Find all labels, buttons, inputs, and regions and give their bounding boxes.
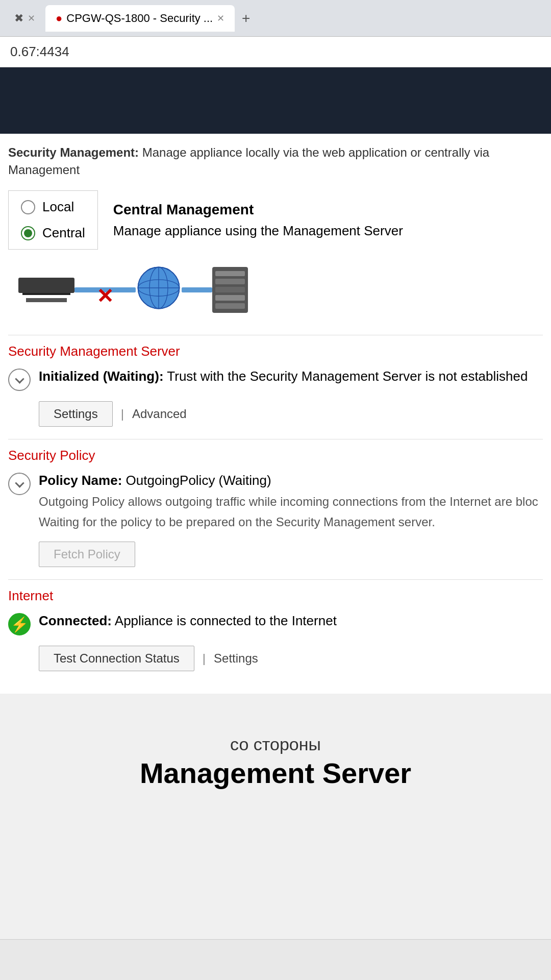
radio-central-label: Central bbox=[42, 225, 85, 241]
sms-status-icon bbox=[8, 369, 31, 391]
sms-section: Security Management Server Initialized (… bbox=[8, 344, 543, 427]
radio-column: Local Central bbox=[8, 190, 98, 250]
internet-section: Internet ⚡ Connected: Appliance is conne… bbox=[8, 588, 543, 671]
connection-line-2 bbox=[182, 287, 212, 292]
new-tab-button[interactable]: + bbox=[235, 7, 257, 30]
advanced-link[interactable]: Advanced bbox=[132, 407, 187, 421]
dark-header bbox=[0, 67, 551, 134]
radio-local-label: Local bbox=[42, 199, 74, 215]
connection-x-icon: ✕ bbox=[96, 284, 114, 308]
radio-local-circle[interactable] bbox=[21, 200, 35, 214]
address-bar[interactable]: 0.67:4434 bbox=[0, 37, 551, 67]
internet-status-label: Connected: bbox=[39, 613, 112, 628]
overlay-text-area: со стороны Management Server bbox=[0, 694, 551, 820]
policy-status-text: Policy Name: OutgoingPolicy (Waiting) Ou… bbox=[39, 471, 538, 531]
radio-local[interactable]: Local bbox=[21, 199, 85, 215]
radio-central[interactable]: Central bbox=[21, 225, 85, 241]
policy-name-label: Policy Name: bbox=[39, 473, 122, 488]
chevron-down-icon bbox=[15, 374, 24, 383]
internet-status-text: Connected: Appliance is connected to the… bbox=[39, 611, 337, 631]
test-connection-button[interactable]: Test Connection Status bbox=[39, 646, 194, 671]
internet-btn-row: Test Connection Status | Settings bbox=[8, 646, 543, 671]
tab2-close[interactable]: ✕ bbox=[217, 13, 224, 24]
tab1-favicon: ✖ bbox=[14, 12, 23, 25]
sms-status-desc: Trust with the Security Management Serve… bbox=[164, 369, 528, 384]
policy-status-row: Policy Name: OutgoingPolicy (Waiting) Ou… bbox=[8, 471, 543, 531]
sms-section-title: Security Management Server bbox=[8, 344, 543, 359]
policy-chevron-icon bbox=[15, 478, 24, 487]
line-bar: ✕ bbox=[74, 287, 136, 292]
lightning-icon: ⚡ bbox=[11, 616, 29, 633]
appliance-device bbox=[18, 278, 74, 302]
appliance-body bbox=[18, 278, 74, 293]
tab-2-active[interactable]: ● CPGW-QS-1800 - Security ... ✕ bbox=[45, 5, 235, 32]
tab-1[interactable]: ✖ ✕ bbox=[4, 5, 45, 32]
tab1-close[interactable]: ✕ bbox=[28, 13, 35, 24]
policy-section: Security Policy Policy Name: OutgoingPol… bbox=[8, 448, 543, 567]
policy-btn-row: Fetch Policy bbox=[8, 542, 543, 567]
bottom-bar bbox=[0, 939, 551, 980]
internet-status-row: ⚡ Connected: Appliance is connected to t… bbox=[8, 611, 543, 635]
overlay-big-text: Management Server bbox=[20, 756, 531, 790]
tab2-label: CPGW-QS-1800 - Security ... bbox=[66, 12, 213, 25]
policy-section-title: Security Policy bbox=[8, 448, 543, 463]
radio-central-circle[interactable] bbox=[21, 226, 35, 240]
connection-diagram: ✕ bbox=[8, 265, 543, 314]
sms-status-row: Initialized (Waiting): Trust with the Se… bbox=[8, 366, 543, 391]
management-radio-group: Local Central Central Management Manage … bbox=[8, 190, 543, 250]
internet-settings-link[interactable]: Settings bbox=[214, 651, 258, 666]
central-desc-text: Manage appliance using the Management Se… bbox=[113, 223, 403, 239]
policy-desc2: Waiting for the policy to be prepared on… bbox=[39, 513, 538, 531]
settings-button[interactable]: Settings bbox=[39, 401, 113, 427]
divider-3 bbox=[8, 579, 543, 580]
internet-status-icon: ⚡ bbox=[8, 613, 31, 635]
fetch-policy-button[interactable]: Fetch Policy bbox=[39, 542, 135, 567]
main-content: Security Management: Manage appliance lo… bbox=[0, 134, 551, 694]
internet-status-desc: Appliance is connected to the Internet bbox=[112, 613, 337, 628]
overlay-small-text: со стороны bbox=[20, 734, 531, 754]
sms-btn-row: Settings | Advanced bbox=[8, 401, 543, 427]
separator-2: | bbox=[203, 651, 206, 666]
policy-name-value: OutgoingPolicy (Waiting) bbox=[122, 473, 271, 488]
sms-status-text: Initialized (Waiting): Trust with the Se… bbox=[39, 366, 528, 386]
divider-1 bbox=[8, 335, 543, 335]
browser-tabs: ✖ ✕ ● CPGW-QS-1800 - Security ... ✕ + bbox=[0, 0, 551, 37]
central-management-desc: Central Management Manage appliance usin… bbox=[98, 190, 403, 250]
policy-status-icon bbox=[8, 473, 31, 495]
tab2-favicon: ● bbox=[56, 12, 62, 25]
separator-1: | bbox=[121, 407, 124, 421]
divider-2 bbox=[8, 439, 543, 439]
sm-label: Security Management: bbox=[8, 145, 139, 159]
central-title: Central Management bbox=[113, 202, 403, 218]
server-icon bbox=[212, 267, 248, 313]
security-management-desc: Security Management: Manage appliance lo… bbox=[8, 144, 543, 178]
globe-icon bbox=[136, 265, 182, 314]
internet-section-title: Internet bbox=[8, 588, 543, 604]
address-text: 0.67:4434 bbox=[10, 44, 69, 60]
policy-desc1: Outgoing Policy allows outgoing traffic … bbox=[39, 493, 538, 511]
sms-status-label: Initialized (Waiting): bbox=[39, 369, 164, 384]
connection-line: ✕ bbox=[74, 285, 136, 295]
